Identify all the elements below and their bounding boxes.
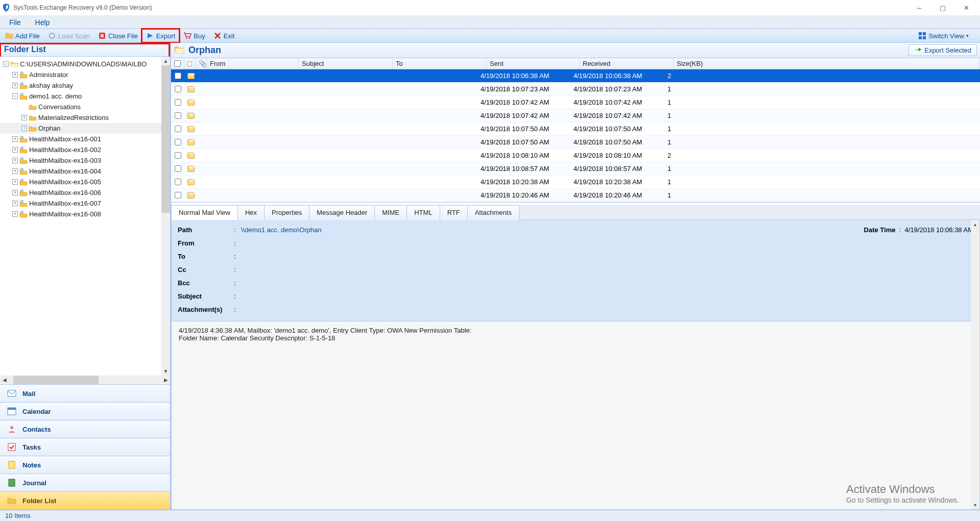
tree-item[interactable]: Conversations xyxy=(0,102,170,112)
table-row[interactable]: 4/19/2018 10:06:38 AM4/19/2018 10:06:38 … xyxy=(171,69,980,83)
close-button[interactable]: ✕ xyxy=(954,0,978,15)
nav-mail[interactable]: Mail xyxy=(0,384,170,402)
switch-view-button[interactable]: Switch View ▾ xyxy=(914,29,973,42)
tree-item[interactable]: +akshay akshay xyxy=(0,80,170,91)
tree-item[interactable]: +HealthMailbox-ex16-008 xyxy=(0,209,170,219)
tab-html[interactable]: HTML xyxy=(407,205,440,220)
nav-notes[interactable]: Notes xyxy=(0,456,170,474)
nav-tasks[interactable]: Tasks xyxy=(0,438,170,456)
path-link[interactable]: \\demo1 acc. demo\Orphan xyxy=(241,226,322,234)
header-received[interactable]: Received xyxy=(580,58,674,69)
row-checkbox[interactable] xyxy=(171,152,184,159)
minimize-button[interactable]: ─ xyxy=(907,0,931,15)
nav-folder-list[interactable]: Folder List xyxy=(0,491,170,509)
tab-mime[interactable]: MIME xyxy=(374,205,407,220)
tree-item[interactable]: +HealthMailbox-ex16-005 xyxy=(0,177,170,187)
table-row[interactable]: 4/19/2018 10:08:57 AM4/19/2018 10:08:57 … xyxy=(171,162,980,176)
expand-icon[interactable]: + xyxy=(12,168,18,174)
expand-icon[interactable]: + xyxy=(12,147,18,153)
scroll-right-icon[interactable]: ▶ xyxy=(161,376,170,384)
row-checkbox[interactable] xyxy=(171,139,184,145)
header-attachment-column[interactable]: 📎 xyxy=(196,58,207,69)
nav-contacts[interactable]: Contacts xyxy=(0,420,170,438)
scroll-left-icon[interactable]: ◀ xyxy=(0,376,9,384)
load-scan-button[interactable]: Load Scan xyxy=(44,29,94,42)
row-checkbox[interactable] xyxy=(171,126,184,132)
tree-item[interactable]: +HealthMailbox-ex16-006 xyxy=(0,187,170,198)
tree-item[interactable]: +HealthMailbox-ex16-004 xyxy=(0,166,170,177)
tree-item[interactable]: +HealthMailbox-ex16-001 xyxy=(0,134,170,144)
table-row[interactable]: 4/19/2018 10:08:10 AM4/19/2018 10:08:10 … xyxy=(171,149,980,162)
collapse-icon[interactable]: − xyxy=(12,93,18,99)
close-file-button[interactable]: Close File xyxy=(94,29,142,42)
row-checkbox[interactable] xyxy=(171,192,184,199)
menu-help[interactable]: Help xyxy=(29,17,56,28)
scrollbar-thumb[interactable] xyxy=(161,65,170,213)
expand-icon[interactable]: + xyxy=(12,201,18,206)
nav-journal[interactable]: Journal xyxy=(0,474,170,491)
row-checkbox[interactable] xyxy=(171,165,184,172)
expand-icon[interactable]: + xyxy=(12,83,18,88)
header-subject[interactable]: Subject xyxy=(299,58,393,69)
tree-horizontal-scrollbar[interactable]: ◀ ▶ xyxy=(0,376,170,384)
expand-icon[interactable]: + xyxy=(21,126,27,131)
scrollbar-thumb[interactable] xyxy=(13,376,99,384)
nav-calendar[interactable]: Calendar xyxy=(0,402,170,420)
row-checkbox[interactable] xyxy=(171,179,184,185)
preview-scrollbar[interactable]: ▴ ▾ xyxy=(971,220,979,509)
export-button[interactable]: Export xyxy=(142,29,180,42)
header-doc-column[interactable] xyxy=(184,58,196,69)
tab-properties[interactable]: Properties xyxy=(264,205,309,220)
row-checkbox[interactable] xyxy=(171,99,184,106)
expand-icon[interactable]: + xyxy=(12,179,18,185)
row-checkbox[interactable] xyxy=(171,86,184,92)
header-checkbox[interactable] xyxy=(171,58,184,69)
folder-tree[interactable]: −C:\USERS\ADMIN\DOWNLOADS\MAILBO+Adminis… xyxy=(0,57,170,229)
tree-item[interactable]: +HealthMailbox-ex16-002 xyxy=(0,144,170,155)
tab-message-header[interactable]: Message Header xyxy=(309,205,375,220)
table-row[interactable]: 4/19/2018 10:07:50 AM4/19/2018 10:07:50 … xyxy=(171,122,980,136)
tree-item[interactable]: +HealthMailbox-ex16-007 xyxy=(0,198,170,209)
header-to[interactable]: To xyxy=(393,58,487,69)
tree-root[interactable]: −C:\USERS\ADMIN\DOWNLOADS\MAILBO xyxy=(0,59,170,69)
header-sent[interactable]: Sent xyxy=(487,58,580,69)
header-from[interactable]: From xyxy=(207,58,299,69)
table-row[interactable]: 4/19/2018 10:07:42 AM4/19/2018 10:07:42 … xyxy=(171,109,980,122)
scroll-up-icon[interactable]: ▴ xyxy=(971,220,979,229)
tree-item[interactable]: +MaterializedRestrictions xyxy=(0,112,170,123)
tab-rtf[interactable]: RTF xyxy=(440,205,468,220)
expand-icon[interactable]: + xyxy=(21,115,27,120)
svg-rect-10 xyxy=(21,93,23,95)
scroll-down-icon[interactable]: ▼ xyxy=(161,367,170,376)
add-file-button[interactable]: Add File xyxy=(1,29,44,42)
expand-icon[interactable]: + xyxy=(12,136,18,142)
row-checkbox[interactable] xyxy=(171,72,184,79)
header-size[interactable]: Size(KB) xyxy=(674,58,980,69)
exit-button[interactable]: Exit xyxy=(209,29,239,42)
collapse-icon[interactable]: − xyxy=(3,61,9,67)
tree-item[interactable]: +Orphan xyxy=(0,123,170,134)
tab-attachments[interactable]: Attachments xyxy=(467,205,519,220)
tree-vertical-scrollbar[interactable]: ▲ ▼ xyxy=(161,57,170,384)
expand-icon[interactable]: + xyxy=(12,72,18,78)
table-row[interactable]: 4/19/2018 10:07:50 AM4/19/2018 10:07:50 … xyxy=(171,136,980,149)
tab-hex[interactable]: Hex xyxy=(237,205,265,220)
expand-icon[interactable]: + xyxy=(12,158,18,163)
export-selected-button[interactable]: Export Selected xyxy=(909,44,977,56)
tree-item[interactable]: +HealthMailbox-ex16-003 xyxy=(0,155,170,166)
tab-normal-mail-view[interactable]: Normal Mail View xyxy=(171,205,238,220)
table-row[interactable]: 4/19/2018 10:20:38 AM4/19/2018 10:20:38 … xyxy=(171,176,980,189)
scroll-up-icon[interactable]: ▲ xyxy=(161,57,170,65)
expand-icon[interactable]: + xyxy=(12,211,18,217)
buy-button[interactable]: Buy xyxy=(179,29,209,42)
expand-icon[interactable]: + xyxy=(12,190,18,195)
tree-item[interactable]: −demo1 acc. demo xyxy=(0,91,170,102)
maximize-button[interactable]: ▢ xyxy=(931,0,954,15)
table-row[interactable]: 4/19/2018 10:07:42 AM4/19/2018 10:07:42 … xyxy=(171,96,980,109)
table-row[interactable]: 4/19/2018 10:20:46 AM4/19/2018 10:20:46 … xyxy=(171,189,980,202)
tree-item[interactable]: +Administrator xyxy=(0,69,170,80)
menu-file[interactable]: File xyxy=(3,17,27,28)
row-checkbox[interactable] xyxy=(171,112,184,119)
scroll-down-icon[interactable]: ▾ xyxy=(971,501,979,509)
table-row[interactable]: 4/19/2018 10:07:23 AM4/19/2018 10:07:23 … xyxy=(171,83,980,96)
